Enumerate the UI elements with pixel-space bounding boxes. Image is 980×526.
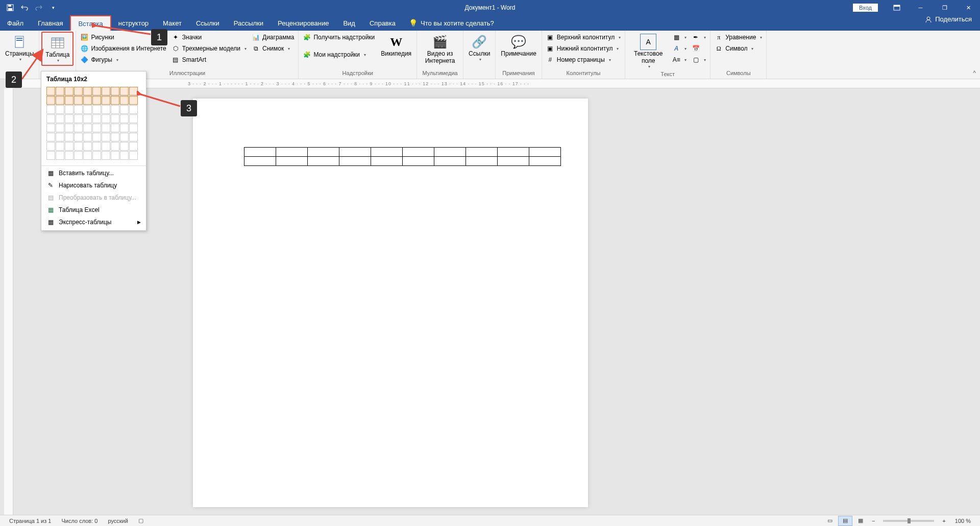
grid-cell[interactable] bbox=[83, 124, 92, 132]
share-button[interactable]: Поделиться bbox=[925, 15, 972, 23]
table-cell[interactable] bbox=[339, 157, 371, 166]
grid-cell[interactable] bbox=[129, 151, 138, 160]
grid-cell[interactable] bbox=[129, 124, 138, 132]
page-number-button[interactable]: #Номер страницы▾ bbox=[544, 54, 623, 65]
links-button[interactable]: 🔗 Ссылки ▾ bbox=[465, 32, 493, 64]
language[interactable]: русский bbox=[103, 518, 133, 524]
grid-cell[interactable] bbox=[56, 142, 64, 151]
online-video-button[interactable]: 🎬 Видео из Интернета bbox=[419, 32, 461, 66]
qat-customize-button[interactable]: ▾ bbox=[47, 2, 59, 14]
table-cell[interactable] bbox=[498, 157, 529, 166]
grid-cell[interactable] bbox=[102, 114, 110, 123]
tab-layout[interactable]: Макет bbox=[156, 15, 189, 31]
wikipedia-button[interactable]: W Википедия bbox=[378, 32, 414, 59]
quick-tables-item[interactable]: ▦Экспресс-таблицы▶ bbox=[41, 216, 146, 228]
grid-cell[interactable] bbox=[56, 87, 64, 95]
grid-cell[interactable] bbox=[56, 105, 64, 114]
grid-cell[interactable] bbox=[120, 133, 129, 141]
footer-button[interactable]: ▣Нижний колонтитул▾ bbox=[544, 43, 623, 54]
get-addins-button[interactable]: 🧩Получить надстройки bbox=[301, 32, 377, 43]
tab-review[interactable]: Рецензирование bbox=[271, 15, 336, 31]
grid-cell[interactable] bbox=[83, 133, 92, 141]
ribbon-display-options-button[interactable] bbox=[885, 0, 908, 15]
grid-cell[interactable] bbox=[92, 133, 101, 141]
read-mode-button[interactable]: ▭ bbox=[823, 516, 837, 526]
grid-cell[interactable] bbox=[92, 105, 101, 114]
tab-file[interactable]: Файл bbox=[0, 15, 31, 31]
table-cell[interactable] bbox=[276, 157, 308, 166]
page-count[interactable]: Страница 1 из 1 bbox=[4, 518, 56, 524]
header-button[interactable]: ▣Верхний колонтитул▾ bbox=[544, 32, 623, 43]
table-cell[interactable] bbox=[434, 148, 466, 157]
undo-button[interactable] bbox=[18, 2, 31, 14]
excel-spreadsheet-item[interactable]: ▦Таблица Excel bbox=[41, 204, 146, 216]
grid-cell[interactable] bbox=[74, 87, 83, 95]
table-cell[interactable] bbox=[529, 157, 561, 166]
tab-mailings[interactable]: Рассылки bbox=[227, 15, 271, 31]
grid-cell[interactable] bbox=[83, 105, 92, 114]
grid-cell[interactable] bbox=[56, 133, 64, 141]
save-button[interactable] bbox=[4, 2, 16, 14]
table-cell[interactable] bbox=[371, 148, 403, 157]
grid-cell[interactable] bbox=[46, 151, 55, 160]
horizontal-ruler[interactable]: 3 · · · 2 · · · 1 · · · · · · 1 · · · 2 … bbox=[14, 79, 980, 88]
grid-cell[interactable] bbox=[102, 87, 110, 95]
grid-cell[interactable] bbox=[74, 114, 83, 123]
grid-cell[interactable] bbox=[92, 124, 101, 132]
close-button[interactable]: ✕ bbox=[957, 0, 980, 15]
drop-cap-button[interactable]: A≡▾ bbox=[670, 54, 689, 65]
grid-cell[interactable] bbox=[65, 151, 74, 160]
table-cell[interactable] bbox=[308, 157, 339, 166]
table-cell[interactable] bbox=[403, 148, 434, 157]
grid-cell[interactable] bbox=[120, 105, 129, 114]
table-cell[interactable] bbox=[339, 148, 371, 157]
grid-cell[interactable] bbox=[111, 151, 119, 160]
grid-cell[interactable] bbox=[46, 124, 55, 132]
my-addins-button[interactable]: 🧩Мои надстройки▾ bbox=[301, 49, 377, 60]
grid-cell[interactable] bbox=[111, 114, 119, 123]
page[interactable] bbox=[193, 99, 588, 507]
grid-cell[interactable] bbox=[74, 142, 83, 151]
textbox-button[interactable]: A Текстовое поле ▾ bbox=[627, 32, 669, 71]
grid-cell[interactable] bbox=[129, 133, 138, 141]
grid-cell[interactable] bbox=[120, 114, 129, 123]
grid-cell[interactable] bbox=[111, 133, 119, 141]
table-cell[interactable] bbox=[466, 148, 498, 157]
table-cell[interactable] bbox=[403, 157, 434, 166]
grid-cell[interactable] bbox=[83, 96, 92, 105]
quick-parts-button[interactable]: ▦▾ bbox=[670, 32, 689, 43]
symbol-button[interactable]: ΩСимвол▾ bbox=[713, 43, 764, 54]
datetime-button[interactable]: 📅 bbox=[690, 43, 708, 54]
table-cell[interactable] bbox=[371, 157, 403, 166]
grid-cell[interactable] bbox=[46, 87, 55, 95]
draw-table-item[interactable]: ✎Нарисовать таблицу bbox=[41, 179, 146, 192]
grid-cell[interactable] bbox=[120, 142, 129, 151]
grid-cell[interactable] bbox=[92, 151, 101, 160]
grid-cell[interactable] bbox=[102, 151, 110, 160]
grid-cell[interactable] bbox=[74, 105, 83, 114]
macro-recording-button[interactable]: ▢ bbox=[133, 517, 149, 524]
grid-cell[interactable] bbox=[46, 133, 55, 141]
grid-cell[interactable] bbox=[92, 142, 101, 151]
grid-cell[interactable] bbox=[102, 142, 110, 151]
tab-references[interactable]: Ссылки bbox=[189, 15, 227, 31]
table-cell[interactable] bbox=[308, 148, 339, 157]
equation-button[interactable]: πУравнение▾ bbox=[713, 32, 764, 43]
screenshot-button[interactable]: ⧉Снимок▾ bbox=[250, 43, 296, 54]
inserted-table[interactable] bbox=[244, 147, 561, 166]
grid-cell[interactable] bbox=[46, 105, 55, 114]
grid-cell[interactable] bbox=[111, 87, 119, 95]
maximize-button[interactable]: ❐ bbox=[933, 0, 956, 15]
table-cell[interactable] bbox=[529, 148, 561, 157]
3d-models-button[interactable]: ⬡Трехмерные модели▾ bbox=[169, 43, 249, 54]
signature-button[interactable]: ✒▾ bbox=[690, 32, 708, 43]
grid-cell[interactable] bbox=[74, 133, 83, 141]
collapse-ribbon-button[interactable]: ^ bbox=[973, 69, 976, 77]
grid-cell[interactable] bbox=[56, 124, 64, 132]
grid-cell[interactable] bbox=[74, 151, 83, 160]
table-cell[interactable] bbox=[466, 157, 498, 166]
grid-cell[interactable] bbox=[83, 142, 92, 151]
grid-cell[interactable] bbox=[56, 151, 64, 160]
table-cell[interactable] bbox=[434, 157, 466, 166]
login-button[interactable]: Вход bbox=[853, 4, 878, 12]
